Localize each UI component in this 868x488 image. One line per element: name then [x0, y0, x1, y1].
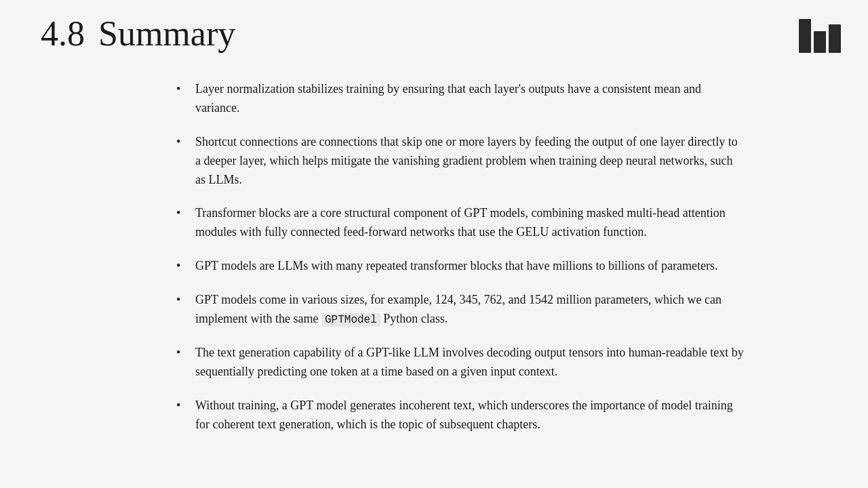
list-item-text: The text generation capability of a GPT-…: [195, 346, 744, 378]
header: 4.8 Summary: [41, 16, 841, 53]
list-item: Shortcut connections are connections tha…: [176, 133, 746, 190]
logo-bar-right: [829, 24, 841, 53]
summary-list: Layer normalization stabilizes training …: [176, 80, 746, 434]
page-container: 4.8 Summary Layer normalization stabiliz…: [0, 0, 868, 488]
list-item-text: GPT models are LLMs with many repeated t…: [195, 259, 717, 272]
title-area: 4.8 Summary: [41, 16, 235, 52]
list-item: Transformer blocks are a core structural…: [176, 204, 746, 242]
list-item: GPT models are LLMs with many repeated t…: [176, 257, 746, 276]
logo-bar-left: [799, 19, 811, 53]
chapter-title: Summary: [98, 16, 235, 52]
inline-code: GPTModel: [321, 313, 380, 327]
list-item: Layer normalization stabilizes training …: [176, 80, 746, 118]
list-item: Without training, a GPT model generates …: [176, 396, 746, 434]
list-item-text: GPT models come in various sizes, for ex…: [195, 293, 722, 325]
list-item-text: Layer normalization stabilizes training …: [195, 82, 701, 115]
content-area: Layer normalization stabilizes training …: [136, 80, 746, 434]
list-item: GPT models come in various sizes, for ex…: [176, 291, 746, 329]
list-item: The text generation capability of a GPT-…: [176, 344, 746, 382]
chapter-number: 4.8: [41, 16, 85, 52]
manning-logo: [799, 19, 841, 53]
list-item-text: Without training, a GPT model generates …: [195, 399, 733, 431]
list-item-text: Shortcut connections are connections tha…: [195, 135, 738, 186]
list-item-text: Transformer blocks are a core structural…: [195, 206, 726, 239]
logo-bar-middle: [814, 31, 826, 53]
